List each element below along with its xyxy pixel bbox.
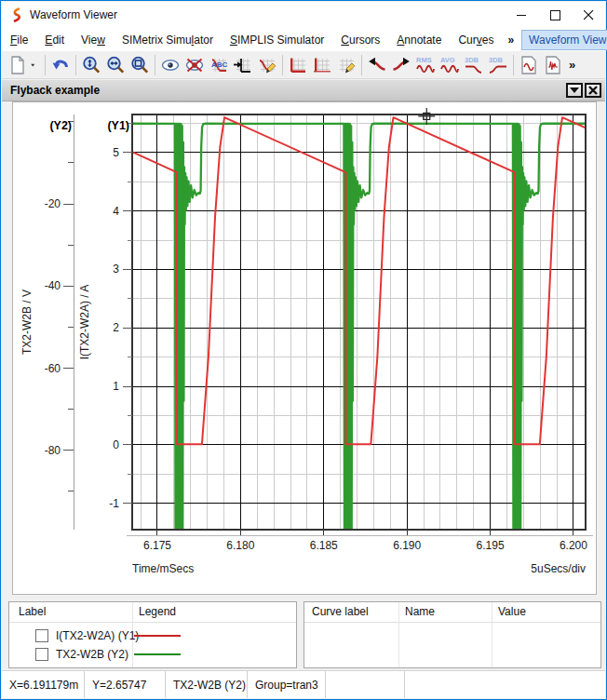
svg-text:6.200: 6.200 xyxy=(560,539,587,552)
label-curve-icon: ABC xyxy=(209,55,229,75)
plot-document-icon xyxy=(519,55,539,75)
label-curve-button[interactable]: ABC xyxy=(207,53,231,77)
new-grid-button[interactable] xyxy=(286,53,310,77)
menu-simetrix-simulator[interactable]: SIMetrix Simulator xyxy=(114,30,222,50)
status-cell: X=6.191179m xyxy=(2,671,85,698)
curve-checkbox[interactable] xyxy=(35,629,48,642)
toolbar-separator xyxy=(513,55,514,75)
svg-text:6.190: 6.190 xyxy=(393,539,421,552)
curve-panel-header: Curve label Name Value xyxy=(304,602,600,623)
triangle-down-icon xyxy=(570,87,579,94)
smooth-curve-left-icon xyxy=(367,55,387,75)
legend-panel: Label Legend I(TX2-W2A) (Y1)TX2-W2B (Y2) xyxy=(8,601,297,668)
svg-text:3DB: 3DB xyxy=(489,56,504,64)
toolbar-separator xyxy=(155,55,155,75)
toolbar-separator xyxy=(282,55,283,75)
toolbar-separator xyxy=(75,55,76,75)
sheet-menu-button[interactable] xyxy=(566,83,583,98)
menu-simplis-simulator[interactable]: SIMPLIS Simulator xyxy=(222,30,332,50)
svg-text:-1: -1 xyxy=(109,497,119,510)
status-bar: X=6.191179mY=2.65747TX2-W2B (Y2)Group=tr… xyxy=(2,670,605,698)
menu-annotate[interactable]: Annotate xyxy=(388,30,450,50)
smooth-curve-left-button[interactable] xyxy=(365,53,389,77)
svg-text:I(TX2-W2A) / A: I(TX2-W2A) / A xyxy=(78,285,91,360)
toolbar: ABCRMSAVG3DB3DB» xyxy=(2,51,605,79)
status-cell: TX2-W2B (Y2) xyxy=(166,671,248,698)
toolbar-separator xyxy=(45,55,46,75)
close-icon xyxy=(584,10,594,20)
mode-selector-label: Waveform Viewer xyxy=(522,34,607,47)
column-header-label: Label xyxy=(19,605,46,618)
plot-document-button[interactable] xyxy=(517,53,541,77)
new-document-button[interactable] xyxy=(6,53,30,77)
svg-text:AVG: AVG xyxy=(440,56,455,64)
svg-text:-40: -40 xyxy=(45,279,61,292)
zoom-x-fit-icon xyxy=(105,55,126,75)
stack-curves-button[interactable] xyxy=(231,53,255,77)
title-bar: Waveform Viewer xyxy=(2,2,605,28)
svg-text:(Y2): (Y2) xyxy=(49,119,72,132)
minimize-icon xyxy=(517,10,527,20)
graph-panel[interactable]: -20-40-60-80543210-1(Y2)(Y1)TX2-W2B / VI… xyxy=(12,101,597,595)
lowpass-3db-icon: 3DB xyxy=(464,55,484,75)
rms-curve-icon: RMS xyxy=(415,55,436,75)
curve-checkbox[interactable] xyxy=(35,648,48,661)
zoom-y-fit-icon xyxy=(81,55,101,75)
column-divider xyxy=(398,602,399,667)
menu-curves[interactable]: Curves xyxy=(450,30,502,50)
zoom-box-icon xyxy=(129,55,150,75)
hide-curve-button[interactable] xyxy=(182,53,207,77)
svg-text:-80: -80 xyxy=(45,444,61,457)
status-cell xyxy=(405,671,605,698)
new-y-axis-button[interactable] xyxy=(310,53,334,77)
sheet-close-button[interactable] xyxy=(585,83,601,98)
close-button[interactable] xyxy=(572,2,605,28)
fourier-document-icon xyxy=(543,55,563,75)
menu-overflow-chevron[interactable]: » xyxy=(502,30,519,50)
svg-text:6.175: 6.175 xyxy=(143,539,171,552)
svg-text:3: 3 xyxy=(113,262,119,276)
zoom-x-fit-button[interactable] xyxy=(103,53,128,77)
rms-curve-button[interactable]: RMS xyxy=(413,53,438,77)
avg-curve-button[interactable]: AVG xyxy=(438,53,462,77)
hide-curve-icon xyxy=(184,55,205,75)
status-cell xyxy=(326,671,405,698)
new-grid-icon xyxy=(288,55,308,75)
menu-edit[interactable]: Edit xyxy=(36,30,73,50)
menu-file[interactable]: File xyxy=(2,30,36,50)
new-document-dropdown-icon xyxy=(30,55,42,75)
svg-text:1: 1 xyxy=(113,380,119,393)
edit-curve-button[interactable] xyxy=(255,53,279,77)
graph-panel-frame xyxy=(13,102,597,595)
maximize-icon xyxy=(550,10,560,20)
edit-axis-button[interactable] xyxy=(334,53,358,77)
maximize-button[interactable] xyxy=(538,2,572,28)
status-cell: Group=tran3 xyxy=(248,671,326,698)
mode-selector-combo[interactable]: Waveform Viewer ▼ xyxy=(521,30,607,50)
undo-button[interactable] xyxy=(48,53,73,77)
menu-view[interactable]: View xyxy=(73,30,114,50)
show-curve-button[interactable] xyxy=(158,53,182,77)
minimize-button[interactable] xyxy=(505,2,538,28)
svg-text:5uSecs/div: 5uSecs/div xyxy=(531,562,586,575)
svg-text:6.195: 6.195 xyxy=(477,539,505,552)
curve-label: TX2-W2B (Y2) xyxy=(56,648,128,661)
waveform-chart[interactable]: -20-40-60-80543210-1(Y2)(Y1)TX2-W2B / VI… xyxy=(12,101,597,595)
new-document-dropdown-button[interactable] xyxy=(30,53,42,77)
column-header-name: Name xyxy=(405,605,435,618)
highpass-3db-button[interactable]: 3DB xyxy=(486,53,510,77)
lowpass-3db-button[interactable]: 3DB xyxy=(462,53,486,77)
svg-text:5: 5 xyxy=(113,146,119,159)
column-header-curve-label: Curve label xyxy=(312,605,369,618)
svg-text:6.180: 6.180 xyxy=(226,539,254,552)
zoom-box-button[interactable] xyxy=(128,53,152,77)
zoom-y-fit-button[interactable] xyxy=(79,53,103,77)
legend-panel-header: Label Legend xyxy=(9,602,296,623)
fourier-document-button[interactable] xyxy=(541,53,565,77)
legend-row: TX2-W2B (Y2) xyxy=(9,645,296,663)
toolbar-overflow-chevron[interactable]: » xyxy=(565,58,579,72)
menu-bar: FileEditViewSIMetrix SimulatorSIMPLIS Si… xyxy=(2,28,605,51)
svg-text:2: 2 xyxy=(113,321,119,334)
menu-cursors[interactable]: Cursors xyxy=(332,30,388,50)
smooth-curve-right-button[interactable] xyxy=(389,53,413,77)
